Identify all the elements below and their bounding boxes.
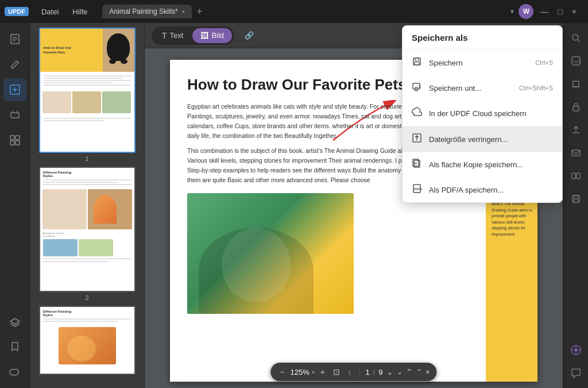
- sidebar-icon-attach[interactable]: [3, 360, 26, 383]
- svg-rect-23: [572, 173, 575, 179]
- thumb-label-2: 2: [85, 294, 88, 301]
- thumb-label-1: 1: [85, 155, 88, 162]
- save-dropdown-menu: Speichern als Speichern Ctrl+S Speichern…: [402, 25, 563, 203]
- minimize-btn[interactable]: —: [538, 7, 551, 16]
- thumbnail-page-3[interactable]: Different PaintingStyles: [34, 306, 140, 377]
- window-controls: ▾ W — □ ×: [510, 4, 583, 19]
- zoom-level-display: 125% ▾: [290, 368, 314, 377]
- maximize-btn[interactable]: □: [555, 7, 564, 16]
- text-mode-btn[interactable]: T Text: [154, 28, 191, 43]
- save-label: Speichern: [429, 59, 528, 67]
- sidebar-icon-bookmark[interactable]: [3, 335, 26, 358]
- nav-last-btn2[interactable]: ⌄: [397, 368, 403, 376]
- flat-copy-label: Als flache Kopie speichern...: [429, 160, 553, 169]
- dropdown-btn[interactable]: ▾: [510, 7, 514, 16]
- text-icon: T: [162, 31, 167, 40]
- avatar: W: [519, 4, 533, 19]
- thumbnail-page-2[interactable]: Different PaintingStyles Animals are a p…: [34, 167, 140, 301]
- reduce-label: Dateigröße verringern...: [429, 135, 553, 144]
- page-image: [187, 193, 354, 314]
- menu-bar: Datei Hilfe: [36, 5, 93, 18]
- svg-point-15: [572, 34, 578, 40]
- save-shortcut: Ctrl+S: [535, 59, 553, 66]
- image-icon: 🖼: [200, 31, 208, 40]
- svg-rect-19: [573, 81, 579, 87]
- save-item-flat[interactable]: Als flache Kopie speichern...: [403, 152, 562, 177]
- menu-datei[interactable]: Datei: [36, 5, 64, 18]
- svg-rect-24: [577, 173, 580, 179]
- save-as-label: Speichern unt...: [429, 84, 512, 93]
- sidebar-icon-organize[interactable]: [3, 129, 26, 152]
- active-tab[interactable]: Animal Painting Skills* ×: [102, 5, 192, 18]
- save-item-speichern-unt[interactable]: Speichern unt... Ctrl+Shift+S: [403, 75, 562, 101]
- svg-rect-11: [16, 136, 20, 140]
- pdfa-label: Als PDF/A speichern...: [429, 186, 553, 194]
- save-item-cloud[interactable]: In der UPDF Cloud speichern: [403, 101, 562, 126]
- tab-title: Animal Painting Skills*: [109, 7, 177, 16]
- image-mode-btn[interactable]: 🖼 Bild: [192, 28, 232, 43]
- bottom-toolbar: − 125% ▾ + ⊡ ↕ 1 / 9 ⌄ ⌄ ⌃ ⌃ ×: [270, 363, 436, 381]
- zoom-out-btn[interactable]: −: [277, 366, 287, 378]
- save-item-speichern[interactable]: Speichern Ctrl+S: [403, 50, 562, 75]
- right-icon-chat[interactable]: [566, 363, 586, 383]
- toolbar-divider: [359, 367, 359, 377]
- tab-close-btn[interactable]: ×: [181, 8, 185, 15]
- sidebar-icon-annotate[interactable]: [3, 78, 26, 101]
- zoom-dropdown-btn[interactable]: ▾: [312, 369, 315, 375]
- right-sidebar: OCR: [563, 23, 588, 388]
- nav-first-btn[interactable]: ⌃: [406, 367, 413, 377]
- flat-copy-icon: [412, 158, 422, 171]
- link-icon: 🔗: [245, 31, 254, 40]
- sidebar-icon-forms[interactable]: [3, 103, 26, 126]
- right-icon-save[interactable]: [566, 189, 586, 209]
- right-icon-ai[interactable]: [566, 340, 586, 360]
- right-icon-share[interactable]: [566, 120, 586, 140]
- pdfa-icon: PDF/A: [412, 183, 422, 196]
- thumbnail-panel: How to Draw OurFavorite Pets: [30, 23, 145, 388]
- menu-hilfe[interactable]: Hilfe: [67, 5, 93, 18]
- save-item-pdfa[interactable]: PDF/A Als PDF/A speichern...: [403, 177, 562, 202]
- reduce-icon: [412, 133, 422, 145]
- mode-toggle: T Text 🖼 Bild: [152, 26, 234, 45]
- right-icon-lock[interactable]: [566, 97, 586, 117]
- zoom-in-btn[interactable]: +: [318, 366, 327, 378]
- right-icon-ocr[interactable]: OCR: [566, 51, 586, 71]
- nav-last-btn[interactable]: ⌄: [386, 367, 393, 377]
- tab-bar: Animal Painting Skills* × +: [98, 5, 510, 18]
- save-as-shortcut: Ctrl+Shift+S: [519, 84, 553, 91]
- cloud-icon: [412, 107, 422, 120]
- svg-point-29: [574, 348, 578, 352]
- page-current: 1: [365, 368, 369, 377]
- fit-width-btn[interactable]: ↕: [346, 367, 354, 377]
- right-icon-search[interactable]: [566, 28, 586, 48]
- sidebar-icon-layers[interactable]: [3, 310, 26, 333]
- dropdown-header: Speichern als: [403, 26, 562, 50]
- svg-rect-33: [413, 83, 420, 89]
- tab-add-btn[interactable]: +: [196, 6, 203, 18]
- fit-page-btn[interactable]: ⊡: [331, 366, 342, 378]
- sidebar-icon-pages[interactable]: [3, 28, 26, 51]
- image-label: Bild: [211, 31, 224, 40]
- close-btn[interactable]: ×: [570, 7, 579, 16]
- page-sep: /: [373, 368, 376, 377]
- right-icon-stamp[interactable]: [566, 74, 586, 94]
- svg-text:PDF/A: PDF/A: [414, 187, 422, 191]
- sidebar-icon-edit[interactable]: [3, 53, 26, 76]
- thumb-img-1: How to Draw OurFavorite Pets: [39, 28, 136, 153]
- svg-rect-10: [10, 136, 14, 140]
- svg-text:OCR: OCR: [573, 60, 581, 64]
- nav-first-btn2[interactable]: ⌃: [416, 368, 422, 376]
- right-icon-compare[interactable]: [566, 166, 586, 186]
- svg-line-16: [578, 40, 580, 42]
- thumb-img-3: Different PaintingStyles: [39, 306, 136, 375]
- svg-rect-12: [10, 141, 14, 145]
- thumbnail-page-1[interactable]: How to Draw OurFavorite Pets: [34, 28, 140, 162]
- toolbar-close-btn[interactable]: ×: [425, 367, 430, 377]
- svg-rect-22: [572, 150, 580, 156]
- link-btn[interactable]: 🔗: [239, 28, 260, 43]
- save-icon: [412, 56, 422, 69]
- svg-rect-21: [573, 106, 579, 111]
- save-item-reduce[interactable]: Dateigröße verringern...: [403, 126, 562, 152]
- app-logo: UPDF: [5, 7, 29, 16]
- right-icon-email[interactable]: [566, 143, 586, 163]
